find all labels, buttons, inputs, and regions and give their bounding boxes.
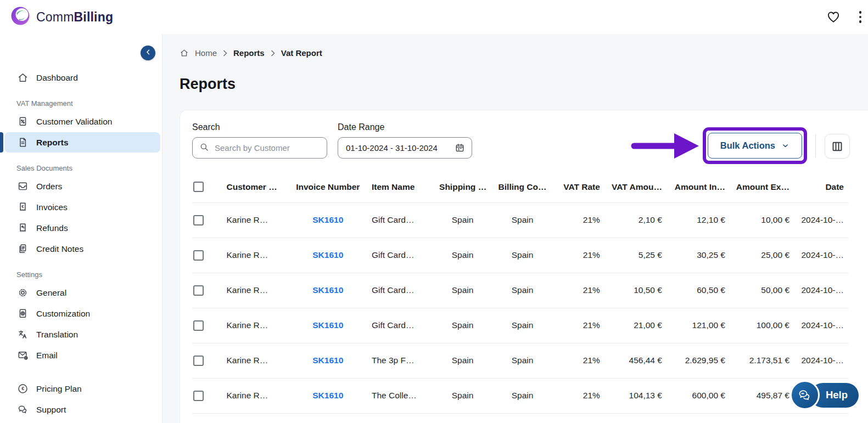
cell-vat_rate: 21%	[555, 343, 604, 378]
calendar-icon[interactable]	[455, 143, 465, 153]
sidebar-item-translation[interactable]: Translation	[4, 324, 160, 345]
credit-note-icon	[16, 243, 29, 255]
chevron-right-icon	[223, 50, 227, 57]
bulk-actions-button[interactable]: Bulk Actions	[708, 133, 802, 159]
main-content: Home Reports Vat Report Reports Search D…	[163, 34, 868, 423]
cell-shipping: Spain	[435, 308, 490, 343]
row-select-cell	[192, 238, 222, 273]
cell-date: 2024-10-…	[794, 238, 848, 273]
translate-icon	[16, 329, 29, 341]
column-header-vat_amount: VAT Amou…	[604, 172, 667, 202]
sidebar-item-label: Customer Validation	[36, 117, 112, 127]
document-gear-icon	[16, 308, 29, 320]
sidebar-collapse-button[interactable]	[141, 46, 155, 60]
cell-date: 2024-10-…	[794, 343, 848, 378]
row-select-cell	[192, 343, 222, 378]
row-checkbox[interactable]	[193, 215, 204, 225]
breadcrumb-home[interactable]: Home	[195, 48, 217, 58]
toolbar-separator	[815, 134, 816, 157]
brand-name: CommBilling	[36, 10, 113, 25]
sidebar-item-label: General	[36, 288, 66, 298]
sidebar-item-label: Orders	[36, 182, 62, 191]
invoice-link[interactable]: SK1610	[312, 320, 343, 330]
sidebar-section-sales-documents: Sales Documents	[16, 164, 162, 172]
sidebar-item-credit-notes[interactable]: Credit Notes	[4, 239, 160, 259]
search-input[interactable]	[192, 137, 327, 159]
cell-amount_incl: 12,10 €	[667, 202, 730, 238]
page-title: Reports	[180, 76, 868, 93]
mail-gear-icon	[16, 349, 29, 362]
row-checkbox[interactable]	[193, 285, 204, 296]
sidebar-section-vat-management: VAT Management	[16, 99, 162, 108]
brand-logo[interactable]: CommBilling	[10, 5, 113, 29]
row-checkbox[interactable]	[193, 250, 204, 261]
cell-vat_amount: 456,44 €	[604, 343, 667, 378]
cell-date: 2024-10-…	[794, 273, 848, 308]
invoice-link[interactable]: SK1610	[312, 215, 343, 224]
sidebar-item-refunds[interactable]: Refunds	[4, 218, 160, 238]
sidebar-item-label: Customization	[36, 309, 90, 319]
bulk-actions-wrap: Bulk Actions	[708, 133, 802, 159]
select-all-checkbox[interactable]	[193, 182, 204, 192]
row-select-cell	[192, 378, 222, 413]
app-header: CommBilling	[0, 0, 868, 34]
column-header-billing: Billing Co…	[490, 172, 555, 202]
sidebar-item-orders[interactable]: Orders	[4, 176, 160, 196]
heart-icon[interactable]	[826, 10, 841, 24]
breadcrumb: Home Reports Vat Report	[163, 34, 868, 58]
cell-customer: Karine R…	[222, 378, 289, 413]
row-checkbox[interactable]	[193, 391, 204, 401]
row-checkbox[interactable]	[193, 356, 204, 366]
cell-shipping: Spain	[435, 273, 490, 308]
sidebar-item-customer-validation[interactable]: Customer Validation	[4, 111, 160, 132]
sidebar-item-customization[interactable]: Customization	[4, 303, 160, 324]
sidebar: DashboardVAT ManagementCustomer Validati…	[0, 34, 163, 423]
search-group: Search	[192, 122, 327, 159]
invoice-link[interactable]: SK1610	[312, 250, 343, 260]
column-header-item: Item Name	[367, 172, 435, 202]
svg-text:€: €	[21, 386, 24, 391]
sidebar-item-invoices[interactable]: €Invoices	[4, 197, 160, 217]
table-row: Karine R…SK1610Gift Card…SpainSpain21%21…	[192, 308, 848, 343]
column-header-date: Date	[794, 172, 848, 202]
sidebar-item-dashboard[interactable]: Dashboard	[4, 67, 160, 88]
receipt-refund-icon	[16, 222, 29, 234]
sidebar-item-label: Dashboard	[36, 73, 78, 83]
sidebar-item-pricing-plan[interactable]: €Pricing Plan	[4, 379, 160, 399]
date-range-label: Date Range	[338, 122, 472, 132]
sidebar-item-general[interactable]: General	[4, 283, 160, 303]
cell-billing: Spain	[490, 378, 555, 413]
cell-billing: Spain	[490, 273, 555, 308]
column-header-vat_rate: VAT Rate	[555, 172, 604, 202]
cell-item: The 3p F…	[367, 343, 435, 378]
search-icon	[199, 142, 209, 154]
columns-icon	[831, 140, 844, 153]
sidebar-item-email[interactable]: Email	[4, 345, 160, 365]
sidebar-item-support[interactable]: Support	[4, 399, 160, 420]
cell-shipping: Spain	[435, 343, 490, 378]
table-row: Karine R…SK1610Gift Card…SpainSpain21%10…	[192, 273, 848, 308]
invoice-link[interactable]: SK1610	[312, 285, 343, 295]
table-row: Karine R…SK1610The Colle…SpainSpain21%10…	[192, 378, 848, 413]
cell-amount_incl: 600,00 €	[667, 378, 730, 413]
invoice-link[interactable]: SK1610	[312, 391, 343, 400]
cell-customer: Karine R…	[222, 308, 289, 343]
breadcrumb-reports[interactable]: Reports	[233, 48, 265, 58]
cell-item: The Colle…	[367, 378, 435, 413]
toolbar: Search Date Range 01-10-2024 - 31-10-202…	[192, 122, 868, 159]
row-checkbox[interactable]	[193, 320, 204, 331]
sidebar-item-label: Reports	[36, 138, 69, 148]
receipt-euro-icon: €	[16, 201, 29, 213]
cell-invoice: SK1610	[289, 343, 367, 378]
sidebar-item-label: Support	[36, 405, 66, 415]
columns-settings-button[interactable]	[825, 134, 850, 159]
commbilling-logo-icon	[10, 5, 31, 29]
invoice-link[interactable]: SK1610	[312, 356, 343, 365]
help-button[interactable]: Help	[790, 380, 859, 410]
sidebar-item-reports[interactable]: Reports	[4, 132, 160, 153]
date-range-input[interactable]: 01-10-2024 - 31-10-2024	[338, 137, 472, 159]
sidebar-nav: DashboardVAT ManagementCustomer Validati…	[0, 34, 162, 420]
cell-vat_rate: 21%	[555, 202, 604, 238]
column-header-customer: Customer …	[222, 172, 289, 202]
kebab-menu-icon[interactable]	[859, 11, 862, 23]
